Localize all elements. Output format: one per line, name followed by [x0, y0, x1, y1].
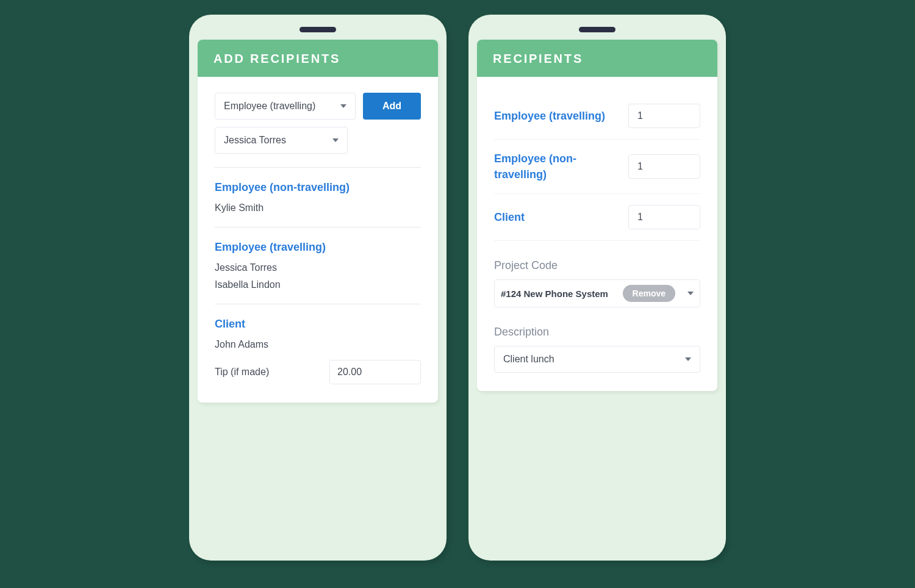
list-item: Jessica Torres: [215, 262, 421, 273]
count-row-travelling: Employee (travelling) 1: [494, 93, 700, 140]
project-code-value: #124 New Phone System: [501, 289, 617, 299]
divider: [215, 167, 421, 168]
count-input[interactable]: 1: [628, 205, 700, 229]
description-label: Description: [494, 326, 700, 339]
card-header: RECIPIENTS: [477, 40, 717, 77]
recipient-type-value: Employee (travelling): [224, 101, 315, 112]
add-button[interactable]: Add: [363, 93, 421, 120]
list-item: Isabella Lindon: [215, 279, 421, 290]
recipient-person-value: Jessica Torres: [224, 135, 286, 146]
description-select[interactable]: Client lunch: [494, 346, 700, 373]
phone-recipients: RECIPIENTS Employee (travelling) 1 Emplo…: [468, 15, 726, 561]
tip-input[interactable]: 20.00: [329, 360, 421, 384]
recipient-person-select[interactable]: Jessica Torres: [215, 127, 348, 154]
count-label: Client: [494, 209, 525, 225]
chevron-down-icon: [340, 104, 346, 108]
tip-input-value: 20.00: [337, 367, 362, 378]
card-add-recipients: ADD RECIPIENTS Employee (travelling) Add…: [198, 40, 438, 403]
card-header: ADD RECIPIENTS: [198, 40, 438, 77]
phone-add-recipients: ADD RECIPIENTS Employee (travelling) Add…: [189, 15, 447, 561]
project-code-select[interactable]: #124 New Phone System Remove: [494, 279, 700, 307]
chevron-down-icon: [687, 292, 694, 295]
phone-notch: [300, 27, 336, 32]
recipient-type-select[interactable]: Employee (travelling): [215, 93, 356, 120]
card-recipients: RECIPIENTS Employee (travelling) 1 Emplo…: [477, 40, 717, 391]
phone-notch: [579, 27, 615, 32]
tip-label: Tip (if made): [215, 367, 269, 378]
divider: [215, 304, 421, 304]
chevron-down-icon: [332, 138, 339, 142]
remove-button[interactable]: Remove: [623, 285, 675, 302]
count-label: Employee (non-travelling): [494, 151, 616, 182]
count-input[interactable]: 1: [628, 154, 700, 179]
mockup-stage: ADD RECIPIENTS Employee (travelling) Add…: [0, 0, 915, 561]
list-item: Kylie Smith: [215, 203, 421, 213]
section-title-client: Client: [215, 318, 421, 331]
card-body: Employee (travelling) 1 Employee (non-tr…: [477, 77, 717, 391]
count-row-non-travelling: Employee (non-travelling) 1: [494, 140, 700, 194]
count-row-client: Client 1: [494, 194, 700, 241]
card-body: Employee (travelling) Add Jessica Torres…: [198, 77, 438, 403]
count-label: Employee (travelling): [494, 108, 605, 124]
section-title-travelling: Employee (travelling): [215, 241, 421, 254]
divider: [215, 227, 421, 228]
section-title-non-travelling: Employee (non-travelling): [215, 181, 421, 194]
description-value: Client lunch: [503, 354, 554, 365]
project-code-label: Project Code: [494, 259, 700, 272]
list-item: John Adams: [215, 339, 421, 350]
chevron-down-icon: [685, 357, 691, 361]
count-input[interactable]: 1: [628, 104, 700, 128]
